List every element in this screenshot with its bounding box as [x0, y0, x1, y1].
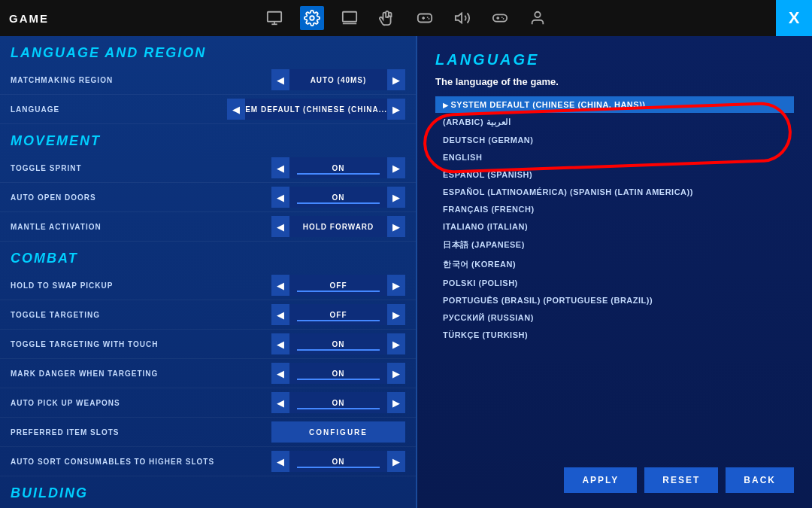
auto-sort-left-arrow[interactable]: ◀ [271, 451, 289, 472]
hold-swap-pickup-value: OFF [289, 275, 387, 296]
setting-toggle-targeting-touch: TOGGLE TARGETING WITH TOUCH ◀ ON ▶ [0, 330, 416, 359]
reset-button[interactable]: RESET [644, 467, 718, 493]
setting-hold-swap-pickup: HOLD TO SWAP PICKUP ◀ OFF ▶ [0, 271, 416, 300]
language-panel-title: LANGUAGE [435, 51, 794, 68]
matchmaking-region-control: ◀ AUTO (40MS) ▶ [255, 69, 405, 90]
apply-button[interactable]: APPLY [564, 467, 637, 493]
audio-icon[interactable] [450, 6, 474, 30]
section-combat: COMBAT [0, 242, 416, 271]
language-description: The language of the game. [435, 76, 794, 87]
toggle-targeting-touch-value: ON [289, 333, 387, 354]
lang-item-francais[interactable]: FRANÇAIS (FRENCH) [435, 201, 794, 217]
hold-swap-pickup-label: HOLD TO SWAP PICKUP [11, 281, 255, 290]
lang-item-english[interactable]: ENGLISH [435, 149, 794, 166]
mantle-activation-left-arrow[interactable]: ◀ [271, 216, 289, 237]
toggle-targeting-left-arrow[interactable]: ◀ [271, 304, 289, 325]
matchmaking-region-right-arrow[interactable]: ▶ [387, 69, 405, 90]
lang-item-polski[interactable]: POLSKI (POLISH) [435, 275, 794, 291]
matchmaking-region-value: AUTO (40MS) [289, 69, 387, 90]
lang-item-espanol[interactable]: ESPAÑOL (SPANISH) [435, 166, 794, 183]
display-icon[interactable] [338, 6, 362, 30]
language-left-arrow[interactable]: ◀ [227, 99, 245, 120]
toggle-sprint-right-arrow[interactable]: ▶ [387, 157, 405, 178]
lang-item-system-default[interactable]: SYSTEM DEFAULT (CHINESE (CHINA, HANS)) [435, 96, 794, 113]
section-language-region: LANGUAGE AND REGION [0, 36, 416, 65]
toggle-sprint-label: TOGGLE SPRINT [11, 164, 255, 172]
auto-open-doors-right-arrow[interactable]: ▶ [387, 187, 405, 208]
controller-icon[interactable] [488, 6, 512, 30]
setting-toggle-targeting: TOGGLE TARGETING ◀ OFF ▶ [0, 300, 416, 330]
setting-auto-sort-consumables: AUTO SORT CONSUMABLES TO HIGHER SLOTS ◀ … [0, 447, 416, 476]
toggle-targeting-value: OFF [289, 304, 387, 325]
svg-point-9 [427, 17, 429, 18]
preferred-item-slots-label: PREFERRED ITEM SLOTS [11, 428, 255, 437]
setting-mark-danger: MARK DANGER WHEN TARGETING ◀ ON ▶ [0, 359, 416, 388]
auto-pick-weapons-right-arrow[interactable]: ▶ [387, 392, 405, 413]
auto-open-doors-left-arrow[interactable]: ◀ [271, 187, 289, 208]
language-label: LANGUAGE [11, 105, 227, 114]
monitor-icon[interactable] [262, 6, 286, 30]
toggle-targeting-label: TOGGLE TARGETING [11, 311, 255, 319]
lang-item-espanol-latam[interactable]: ESPAÑOL (LATINOAMÉRICA) (SPANISH (LATIN … [435, 184, 794, 200]
auto-open-doors-label: AUTO OPEN DOORS [11, 193, 255, 202]
auto-open-doors-value: ON [289, 187, 387, 208]
toggle-targeting-control: ◀ OFF ▶ [255, 304, 405, 325]
toggle-targeting-touch-left-arrow[interactable]: ◀ [271, 333, 289, 354]
hold-swap-pickup-control: ◀ OFF ▶ [255, 275, 405, 296]
auto-sort-consumables-label: AUTO SORT CONSUMABLES TO HIGHER SLOTS [11, 458, 255, 466]
svg-point-3 [310, 16, 314, 20]
configure-button[interactable]: CONFIGURE [271, 421, 405, 443]
lang-item-portugues[interactable]: PORTUGUÊS (BRASIL) (PORTUGUESE (BRAZIL)) [435, 292, 794, 309]
mark-danger-right-arrow[interactable]: ▶ [387, 363, 405, 384]
auto-pick-weapons-value: ON [289, 392, 387, 413]
mark-danger-value: ON [289, 363, 387, 384]
lang-item-korean[interactable]: 한국어 (KOREAN) [435, 255, 794, 274]
section-building: BUILDING [0, 476, 416, 506]
auto-sort-consumables-control: ◀ ON ▶ [255, 451, 405, 472]
setting-preferred-item-slots: PREFERRED ITEM SLOTS CONFIGURE [0, 418, 416, 447]
main-content: LANGUAGE AND REGION MATCHMAKING REGION ◀… [0, 36, 812, 508]
lang-item-turkish[interactable]: TÜRKÇE (TURKISH) [435, 327, 794, 343]
toggle-sprint-control: ◀ ON ▶ [255, 157, 405, 178]
mark-danger-left-arrow[interactable]: ◀ [271, 363, 289, 384]
language-right-arrow[interactable]: ▶ [387, 99, 405, 120]
section-movement: MOVEMENT [0, 124, 416, 154]
gamepad-icon[interactable] [413, 6, 437, 30]
svg-rect-0 [268, 12, 281, 22]
auto-sort-right-arrow[interactable]: ▶ [387, 451, 405, 472]
hold-swap-pickup-right-arrow[interactable]: ▶ [387, 275, 405, 296]
auto-pick-weapons-left-arrow[interactable]: ◀ [271, 392, 289, 413]
toggle-targeting-touch-right-arrow[interactable]: ▶ [387, 333, 405, 354]
hand-icon[interactable] [375, 6, 399, 30]
lang-item-italiano[interactable]: ITALIANO (ITALIAN) [435, 218, 794, 235]
lang-item-russian[interactable]: РУССКИЙ (RUSSIAN) [435, 309, 794, 326]
matchmaking-region-label: MATCHMAKING REGION [11, 76, 255, 84]
toggle-sprint-value: ON [289, 157, 387, 178]
toggle-targeting-touch-label: TOGGLE TARGETING WITH TOUCH [11, 340, 255, 348]
svg-point-10 [429, 18, 430, 20]
mantle-activation-value: HOLD FORWARD [289, 216, 387, 237]
mantle-activation-control: ◀ HOLD FORWARD ▶ [255, 216, 405, 237]
close-button[interactable]: X [776, 0, 812, 36]
setting-matchmaking-region: MATCHMAKING REGION ◀ AUTO (40MS) ▶ [0, 65, 416, 95]
svg-rect-12 [493, 14, 507, 21]
svg-marker-11 [456, 14, 462, 23]
language-value: EM DEFAULT (CHINESE (CHINA... [245, 99, 387, 120]
toggle-sprint-left-arrow[interactable]: ◀ [271, 157, 289, 178]
setting-auto-open-doors: AUTO OPEN DOORS ◀ ON ▶ [0, 183, 416, 212]
hold-swap-pickup-left-arrow[interactable]: ◀ [271, 275, 289, 296]
svg-point-15 [501, 17, 503, 18]
mantle-activation-right-arrow[interactable]: ▶ [387, 216, 405, 237]
lang-item-deutsch[interactable]: DEUTSCH (GERMAN) [435, 132, 794, 148]
matchmaking-region-left-arrow[interactable]: ◀ [271, 69, 289, 90]
lang-item-japanese[interactable]: 日本語 (JAPANESE) [435, 236, 794, 254]
gear-icon[interactable] [300, 6, 324, 30]
right-panel: LANGUAGE The language of the game. SYSTE… [417, 36, 812, 508]
user-icon[interactable] [526, 6, 550, 30]
toggle-targeting-touch-control: ◀ ON ▶ [255, 333, 405, 354]
bottom-buttons: APPLY RESET BACK [564, 467, 794, 493]
auto-open-doors-control: ◀ ON ▶ [255, 187, 405, 208]
back-button[interactable]: BACK [726, 467, 794, 493]
toggle-targeting-right-arrow[interactable]: ▶ [387, 304, 405, 325]
lang-item-arabic[interactable]: (ARABIC) العربية [435, 114, 794, 131]
